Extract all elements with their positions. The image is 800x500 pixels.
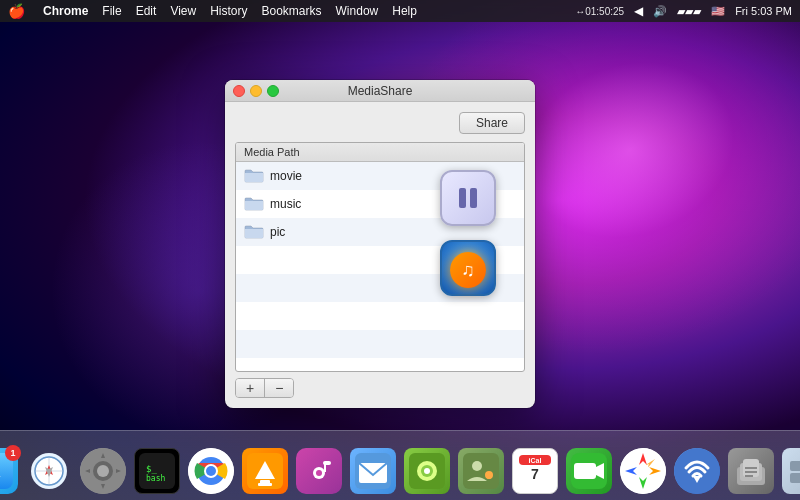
system-preferences-icon (80, 448, 126, 494)
svg-rect-0 (459, 188, 466, 208)
dock-item-vlc[interactable] (240, 446, 290, 496)
dock-item-iphoto[interactable] (402, 446, 452, 496)
menubar-file[interactable]: File (102, 4, 121, 18)
svg-point-53 (674, 448, 720, 494)
svg-point-42 (472, 461, 482, 471)
svg-rect-58 (745, 471, 757, 473)
dock-item-safari[interactable] (24, 446, 74, 496)
stacks-icon (728, 448, 774, 494)
list-item-empty (236, 302, 524, 330)
svg-text:iCal: iCal (529, 457, 542, 464)
safari-icon (26, 448, 72, 494)
terminal-icon: $_ bash (134, 448, 180, 494)
menubar-clock: Fri 5:03 PM (735, 5, 792, 17)
list-item-name: pic (270, 225, 285, 239)
list-item-name: music (270, 197, 301, 211)
dock-item-ical[interactable]: iCal 7 (510, 446, 560, 496)
menubar-battery[interactable]: ▰▰▰ (677, 5, 701, 18)
list-controls: + − (235, 378, 294, 398)
list-item-name: movie (270, 169, 302, 183)
svg-text:bash: bash (146, 474, 165, 483)
iphoto-icon (404, 448, 450, 494)
photos-icon (620, 448, 666, 494)
dock-item-apps[interactable] (780, 446, 800, 496)
minimize-button[interactable] (250, 85, 262, 97)
dock-item-mail[interactable] (348, 446, 398, 496)
menubar-wifi[interactable]: ◀ (634, 4, 643, 18)
svg-rect-30 (258, 483, 272, 486)
mail-icon (350, 448, 396, 494)
menubar-edit[interactable]: Edit (136, 4, 157, 18)
itunes-overlay: ♫ (450, 252, 486, 288)
apps-folder-icon (782, 448, 800, 494)
list-item-empty (236, 330, 524, 358)
svg-text:$_: $_ (146, 464, 157, 474)
chrome-icon (188, 448, 234, 494)
dock-item-appstore[interactable]: A 1 (0, 446, 20, 496)
facetime-icon (566, 448, 612, 494)
menubar-right: ↔01:50:25 ◀ 🔊 ▰▰▰ 🇺🇸 Fri 5:03 PM (575, 4, 792, 18)
window-titlebar: MediaShare (225, 80, 535, 102)
menubar-flag: 🇺🇸 (711, 5, 725, 18)
svg-point-26 (206, 466, 216, 476)
remove-item-button[interactable]: − (265, 379, 293, 397)
vlc-icon (242, 448, 288, 494)
menubar-view[interactable]: View (170, 4, 196, 18)
dock-item-contacts[interactable] (456, 446, 506, 496)
svg-rect-60 (790, 461, 800, 471)
svg-point-18 (97, 465, 109, 477)
menubar-app-name[interactable]: Chrome (43, 4, 88, 18)
svg-rect-19 (139, 453, 175, 489)
svg-rect-34 (324, 464, 326, 472)
share-btn-row: Share (235, 112, 525, 134)
menubar-left: 🍎 Chrome File Edit View History Bookmark… (8, 3, 417, 19)
dock: A 1 (0, 430, 800, 500)
dock-item-chrome[interactable] (186, 446, 236, 496)
menubar-time-display: ↔01:50:25 (575, 6, 624, 17)
close-button[interactable] (233, 85, 245, 97)
dock-item-bonjour[interactable] (672, 446, 722, 496)
maximize-button[interactable] (267, 85, 279, 97)
svg-point-32 (316, 470, 322, 476)
folder-icon (244, 168, 264, 184)
dock-item-terminal[interactable]: $_ bash (132, 446, 182, 496)
dock-item-photos[interactable] (618, 446, 668, 496)
itunes-icon (296, 448, 342, 494)
svg-rect-59 (745, 475, 753, 477)
apple-menu[interactable]: 🍎 (8, 3, 25, 19)
side-icons: ♫ (440, 170, 496, 296)
window-title: MediaShare (348, 84, 413, 98)
svg-text:7: 7 (531, 466, 539, 482)
add-item-button[interactable]: + (236, 379, 265, 397)
folder-icon (244, 196, 264, 212)
svg-rect-62 (790, 473, 800, 483)
pause-button[interactable] (440, 170, 496, 226)
airplay-button[interactable]: ♫ (440, 240, 496, 296)
appstore-icon: A 1 (0, 448, 18, 494)
pause-icon (454, 184, 482, 212)
menubar-window[interactable]: Window (336, 4, 379, 18)
menubar-volume[interactable]: 🔊 (653, 5, 667, 18)
notification-badge: 1 (5, 445, 21, 461)
svg-rect-57 (745, 467, 757, 469)
dock-item-stacks[interactable] (726, 446, 776, 496)
ical-icon: iCal 7 (512, 448, 558, 494)
traffic-lights (233, 85, 279, 97)
menubar: 🍎 Chrome File Edit View History Bookmark… (0, 0, 800, 22)
dock-item-sysprefs[interactable] (78, 446, 128, 496)
media-list-header: Media Path (236, 143, 524, 162)
svg-point-40 (424, 468, 430, 474)
menubar-history[interactable]: History (210, 4, 247, 18)
svg-point-52 (636, 464, 650, 478)
folder-icon (244, 224, 264, 240)
svg-rect-41 (463, 453, 499, 489)
svg-rect-49 (574, 463, 596, 479)
svg-rect-1 (470, 188, 477, 208)
dock-item-facetime[interactable] (564, 446, 614, 496)
share-button[interactable]: Share (459, 112, 525, 134)
menubar-bookmarks[interactable]: Bookmarks (262, 4, 322, 18)
bonjour-icon (674, 448, 720, 494)
dock-item-itunes[interactable] (294, 446, 344, 496)
contacts-icon (458, 448, 504, 494)
menubar-help[interactable]: Help (392, 4, 417, 18)
